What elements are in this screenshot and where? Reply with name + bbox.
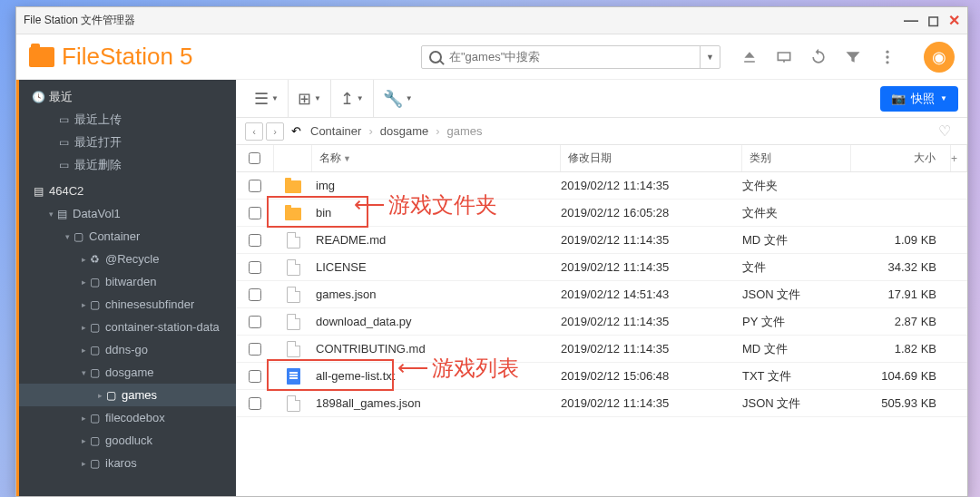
svg-point-0 — [886, 50, 888, 53]
main-panel: ☰▼ ⊞▼ ↥▼ 🔧▼ 📷 快照 ▼ ‹ — [236, 80, 967, 496]
chevron-icon: ▸ — [79, 300, 88, 309]
file-row[interactable]: all-geme-list.txt2019/02/12 15:06:48TXT … — [236, 363, 967, 390]
snapshot-button[interactable]: 📷 快照 ▼ — [880, 86, 958, 112]
sidebar-recent-header[interactable]: 🕓 最近 — [19, 85, 236, 108]
sidebar-datavol[interactable]: ▾ ▤ DataVol1 — [19, 202, 236, 225]
disk-icon: ▤ — [32, 185, 44, 198]
chevron-icon: ▸ — [95, 391, 104, 400]
file-row[interactable]: download_data.py2019/02/12 11:14:35PY 文件… — [236, 308, 967, 336]
nav-undo-button[interactable]: ↶ — [291, 124, 301, 138]
folder-icon: ▢ — [88, 457, 101, 470]
file-type: TXT 文件 — [742, 368, 851, 385]
tree-item-filecodebox[interactable]: ▸▢filecodebox — [19, 406, 236, 429]
column-date-header[interactable]: 修改日期 — [561, 145, 742, 171]
chevron-icon: ▸ — [79, 459, 88, 468]
file-list: img2019/02/12 11:14:35文件夹bin2019/02/12 1… — [236, 172, 967, 417]
search-input[interactable] — [449, 50, 700, 63]
app-logo: FileStation 5 — [29, 43, 193, 71]
folder-icon: ▢ — [88, 321, 101, 334]
file-date: 2019/02/12 11:14:35 — [561, 342, 742, 356]
row-checkbox[interactable] — [249, 234, 261, 247]
view-mode-button[interactable]: ☰▼ — [254, 89, 279, 109]
file-row[interactable]: LICENSE2019/02/12 11:14:35文件34.32 KB — [236, 254, 967, 281]
select-all-checkbox[interactable] — [249, 152, 260, 164]
file-row[interactable]: img2019/02/12 11:14:35文件夹 — [236, 172, 967, 200]
chevron-icon: ▸ — [79, 255, 88, 264]
sidebar-volume-header[interactable]: ▤ 464C2 — [19, 180, 236, 202]
file-date: 2019/02/12 11:14:35 — [561, 396, 742, 410]
upload-button[interactable]: ↥▼ — [340, 89, 364, 109]
file-name: 1898all_games.json — [312, 396, 561, 410]
tools-button[interactable]: 🔧▼ — [383, 89, 413, 109]
favorite-icon[interactable]: ♡ — [938, 122, 951, 140]
nav-forward-button[interactable]: › — [266, 122, 284, 141]
search-dropdown-toggle[interactable]: ▼ — [700, 46, 720, 68]
file-date: 2019/02/12 11:14:35 — [561, 179, 742, 192]
tree-item-container[interactable]: ▾▢Container — [19, 225, 236, 248]
tree-item-ikaros[interactable]: ▸▢ikaros — [19, 452, 236, 474]
nav-back-button[interactable]: ‹ — [245, 122, 263, 141]
cast-icon[interactable] — [775, 48, 793, 66]
sidebar-recent-item[interactable]: ▭最近打开 — [19, 131, 236, 153]
tree-item-goodluck[interactable]: ▸▢goodluck — [19, 429, 236, 452]
row-checkbox[interactable] — [249, 316, 261, 328]
column-size-header[interactable]: 大小 — [851, 145, 951, 171]
tree-item-containerstationdata[interactable]: ▸▢container-station-data — [19, 316, 236, 338]
file-name: bin — [312, 206, 561, 219]
breadcrumb-bar: ‹ › ↶ Container›dosgame›games ♡ — [236, 118, 967, 145]
chevron-down-icon: ▾ — [46, 210, 55, 219]
more-icon[interactable] — [878, 48, 897, 66]
file-row[interactable]: games.json2019/02/12 14:51:43JSON 文件17.9… — [236, 281, 967, 308]
row-checkbox[interactable] — [249, 207, 261, 219]
file-type: 文件夹 — [742, 178, 851, 194]
sidebar-recent-item[interactable]: ▭最近上传 — [19, 108, 236, 131]
file-type: PY 文件 — [742, 314, 851, 330]
breadcrumb-item: games — [447, 124, 483, 138]
chevron-icon: ▸ — [79, 436, 88, 445]
filter-icon[interactable] — [844, 48, 862, 66]
maximize-button[interactable]: ◻ — [927, 12, 939, 29]
refresh-icon[interactable] — [809, 48, 828, 66]
breadcrumb-item[interactable]: Container — [310, 124, 361, 138]
tree-item-chinesesubfinder[interactable]: ▸▢chinesesubfinder — [19, 293, 236, 316]
file-icon — [287, 395, 300, 412]
file-row[interactable]: 1898all_games.json2019/02/12 11:14:35JSO… — [236, 390, 967, 417]
column-type-header[interactable]: 类别 — [742, 145, 851, 171]
tree-item-recycle[interactable]: ▸♻@Recycle — [19, 248, 236, 270]
user-avatar[interactable]: ◉ — [924, 42, 955, 73]
file-icon — [287, 314, 300, 330]
file-icon — [287, 259, 300, 276]
svg-point-1 — [886, 55, 888, 58]
close-button[interactable]: ✕ — [948, 12, 960, 29]
column-name-header[interactable]: 名称▼ — [312, 145, 561, 171]
row-checkbox[interactable] — [249, 397, 261, 410]
file-grid-header: 名称▼ 修改日期 类别 大小 + — [236, 145, 967, 172]
tree-item-bitwarden[interactable]: ▸▢bitwarden — [19, 270, 236, 293]
row-checkbox[interactable] — [249, 261, 261, 274]
file-row[interactable]: README.md2019/02/12 11:14:35MD 文件1.09 KB — [236, 227, 967, 254]
file-size: 104.69 KB — [851, 369, 951, 383]
tree-item-ddnsgo[interactable]: ▸▢ddns-go — [19, 338, 236, 361]
minimize-button[interactable]: — — [904, 13, 918, 29]
file-row[interactable]: CONTRIBUTING.md2019/02/12 11:14:35MD 文件1… — [236, 336, 967, 363]
sidebar-recent-item[interactable]: ▭最近删除 — [19, 153, 236, 176]
file-row[interactable]: bin2019/02/12 16:05:28文件夹 — [236, 200, 967, 227]
file-size: 2.87 KB — [851, 315, 951, 328]
row-checkbox[interactable] — [249, 288, 261, 301]
doc-icon: ▭ — [57, 159, 70, 171]
breadcrumb-item[interactable]: dosgame — [380, 124, 428, 138]
file-name: CONTRIBUTING.md — [312, 342, 561, 356]
add-column-button[interactable]: + — [951, 145, 967, 171]
tree-item-games[interactable]: ▸▢games — [19, 384, 236, 406]
row-checkbox[interactable] — [249, 370, 261, 383]
row-checkbox[interactable] — [249, 343, 261, 356]
window-title: File Station 文件管理器 — [24, 13, 135, 28]
row-checkbox[interactable] — [249, 180, 261, 192]
search-box[interactable]: ▼ — [421, 45, 720, 69]
eject-icon[interactable] — [740, 48, 759, 66]
tree-item-dosgame[interactable]: ▾▢dosgame — [19, 361, 236, 384]
file-size: 1.09 KB — [851, 233, 951, 247]
sidebar: 🕓 最近 ▭最近上传▭最近打开▭最近删除 ▤ 464C2 ▾ ▤ DataVol… — [16, 80, 236, 496]
new-folder-button[interactable]: ⊞▼ — [298, 89, 321, 109]
titlebar[interactable]: File Station 文件管理器 — ◻ ✕ — [16, 7, 967, 34]
